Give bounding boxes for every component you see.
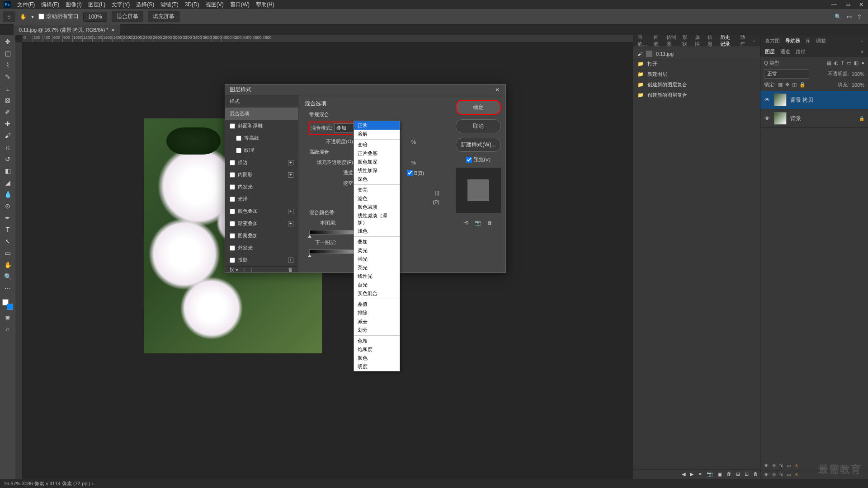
blend-mode-option[interactable]: 溶解 — [354, 130, 400, 138]
blend-mode-option[interactable]: 正常 — [354, 121, 400, 130]
layer-thumbnail[interactable] — [774, 94, 787, 106]
preview-checkbox[interactable]: 预览(V) — [466, 156, 491, 163]
effect-checkbox[interactable] — [230, 258, 235, 263]
filter-toggle-icon[interactable]: ● — [861, 60, 864, 66]
history-step[interactable]: 创建新的图层复合 — [633, 80, 760, 90]
blend-mode-option[interactable]: 浅色 — [354, 227, 400, 235]
document-tab[interactable]: 0.11.jpg @ 16.7% (背景 拷贝, RGB/8#) * ✕ — [14, 24, 120, 35]
history-step[interactable]: 打开 — [633, 59, 760, 69]
history-step[interactable]: 创建新的图层复合 — [633, 90, 760, 100]
filter-pixel-icon[interactable]: ▦ — [827, 60, 831, 66]
blend-mode-option[interactable]: 变暗 — [354, 141, 400, 149]
minimize-icon[interactable]: — — [831, 1, 837, 8]
eraser-tool-icon[interactable]: ◧ — [2, 166, 13, 175]
dialog-titlebar[interactable]: 图层样式 ✕ — [225, 84, 505, 95]
hand-tool-icon[interactable]: ✋ — [2, 260, 13, 269]
link-eye-icon[interactable]: 👁 — [764, 472, 769, 477]
blend-mode-option[interactable]: 强光 — [354, 255, 400, 263]
blend-mode-option[interactable]: 颜色加深 — [354, 158, 400, 166]
history-snapshot[interactable]: 🖌 0.11.jpg — [633, 49, 760, 59]
filter-type-icon[interactable]: T — [841, 60, 844, 66]
effect-checkbox[interactable] — [230, 160, 235, 165]
effect-row[interactable]: 图案叠加 — [225, 230, 298, 242]
add-effect-icon[interactable]: + — [288, 172, 293, 178]
blend-mode-select[interactable]: 正常 — [764, 69, 809, 79]
history-brush-icon[interactable]: ↺ — [2, 155, 13, 164]
lock-pixels-icon[interactable]: ▦ — [778, 82, 783, 88]
effect-checkbox[interactable] — [230, 209, 235, 214]
history-step[interactable]: 新建图层 — [633, 69, 760, 80]
restore-icon[interactable]: ▭ — [844, 1, 851, 8]
tab-brush[interactable]: 画笔 — [654, 34, 661, 47]
effect-checkbox[interactable] — [236, 136, 241, 141]
menu-help[interactable]: 帮助(H) — [256, 1, 274, 9]
effect-row[interactable]: 光泽 — [225, 193, 298, 205]
blend-mode-option[interactable]: 差值 — [354, 300, 400, 309]
new-style-button[interactable]: 新建样式(W)... — [456, 138, 501, 152]
effect-checkbox[interactable] — [230, 123, 235, 129]
tab-navigator[interactable]: 导航器 — [785, 38, 800, 44]
effect-checkbox[interactable] — [230, 184, 235, 190]
eyedropper-tool-icon[interactable]: ✐ — [2, 108, 13, 117]
blend-mode-option[interactable]: 亮光 — [354, 263, 400, 272]
close-window-icon[interactable]: ✕ — [858, 1, 864, 8]
healing-tool-icon[interactable]: ✚ — [2, 119, 13, 128]
effect-checkbox[interactable] — [230, 197, 235, 202]
add-effect-icon[interactable]: + — [288, 221, 293, 226]
blur-tool-icon[interactable]: 💧 — [2, 190, 13, 199]
tab-library[interactable]: 库 — [806, 38, 811, 44]
preview-camera-icon[interactable]: 📷 — [475, 220, 481, 226]
link-eye-icon[interactable]: 👁 — [764, 463, 769, 468]
blend-mode-option[interactable]: 颜色 — [354, 354, 400, 362]
preview-reset-icon[interactable]: ⟲ — [464, 220, 468, 226]
history-more2-icon[interactable]: ⊡ — [745, 471, 749, 477]
tab-clone-source[interactable]: 仿制源 — [666, 34, 677, 47]
blend-mode-option[interactable]: 减去 — [354, 317, 400, 326]
dodge-tool-icon[interactable]: ⊙ — [2, 202, 13, 211]
menu-select[interactable]: 选择(S) — [136, 1, 154, 9]
lock-artboard-icon[interactable]: ◫ — [792, 82, 797, 88]
blending-options-row[interactable]: 混合选项 — [225, 108, 298, 120]
panel-menu-icon[interactable]: ≡ — [753, 38, 755, 43]
menu-file[interactable]: 文件(F) — [17, 1, 35, 9]
more-tools-icon[interactable]: ⋯ — [2, 284, 13, 293]
filter-adjust-icon[interactable]: ◐ — [834, 60, 839, 66]
hand-tool-icon[interactable]: ✋ — [20, 14, 27, 20]
cancel-button[interactable]: 取消 — [456, 119, 501, 133]
tab-properties[interactable]: 属性 — [695, 34, 702, 47]
channel-b-checkbox[interactable]: B(B) — [407, 170, 424, 176]
search-icon[interactable]: 🔍 — [835, 14, 841, 20]
tab-paths[interactable]: 路径 — [796, 48, 806, 55]
tab-histogram[interactable]: 直方图 — [765, 38, 780, 44]
menu-edit[interactable]: 编辑(E) — [41, 1, 59, 9]
lock-all-icon[interactable]: 🔒 — [799, 82, 806, 88]
tab-history[interactable]: 历史记录 — [720, 34, 735, 47]
effect-row[interactable]: 投影+ — [225, 254, 298, 266]
menu-layer[interactable]: 图层(L) — [88, 1, 106, 9]
preview-trash-icon[interactable]: 🗑 — [487, 220, 492, 226]
tab-adjustments[interactable]: 调整 — [816, 38, 826, 44]
menu-window[interactable]: 窗口(W) — [230, 1, 250, 9]
history-delete-icon[interactable]: 🗑 — [726, 471, 731, 477]
type-tool-icon[interactable]: T — [2, 225, 13, 234]
fill-value[interactable]: 100% — [852, 82, 864, 88]
quick-select-tool-icon[interactable]: ✎ — [2, 72, 13, 81]
marquee-tool-icon[interactable]: ◫ — [2, 49, 13, 58]
blend-mode-menu[interactable]: 正常溶解变暗正片叠底颜色加深线性加深深色变亮滤色颜色减淡线性减淡（添加）浅色叠加… — [354, 121, 400, 371]
layer-item[interactable]: 👁 背景 🔒 — [760, 109, 868, 128]
opacity-value[interactable]: 100% — [852, 71, 864, 77]
menu-image[interactable]: 图像(I) — [66, 1, 81, 9]
filter-smart-icon[interactable]: ◧ — [854, 60, 859, 66]
blend-mode-option[interactable]: 滤色 — [354, 194, 400, 203]
history-next-icon[interactable]: ▶ — [690, 471, 693, 477]
tool-dropdown-icon[interactable]: ▾ — [31, 14, 34, 20]
effect-delete-icon[interactable]: 🗑 — [288, 267, 293, 273]
blend-mode-option[interactable]: 柔光 — [354, 246, 400, 255]
history-more1-icon[interactable]: ⊞ — [736, 471, 740, 477]
tab-info[interactable]: 信息 — [708, 34, 715, 47]
blend-mode-option[interactable]: 实色混合 — [354, 289, 400, 298]
move-tool-icon[interactable]: ✥ — [2, 37, 13, 46]
tab-actions[interactable]: 动作 — [740, 34, 747, 47]
effect-row[interactable]: 斜面和浮雕 — [225, 120, 298, 132]
layer-thumbnail[interactable] — [774, 112, 787, 125]
